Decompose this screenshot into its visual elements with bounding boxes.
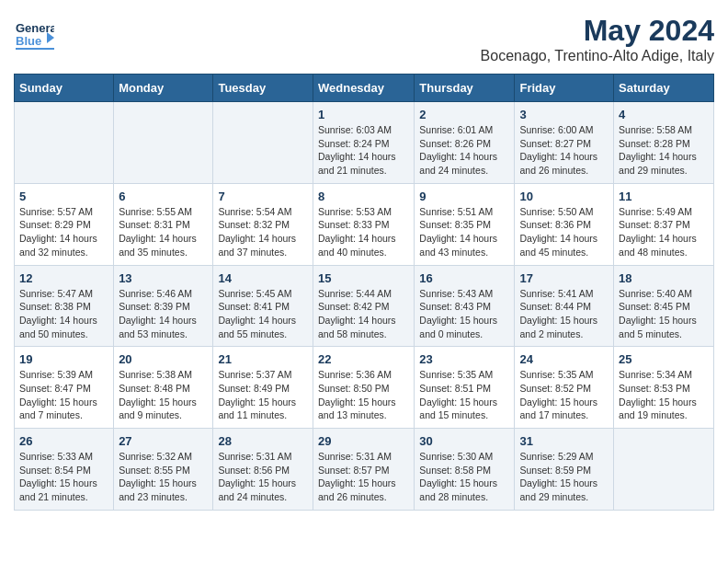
calendar-cell: 27Sunrise: 5:32 AM Sunset: 8:55 PM Dayli… [114, 429, 213, 511]
cell-info: Sunrise: 5:47 AM Sunset: 8:38 PM Dayligh… [19, 287, 108, 341]
day-number: 23 [419, 352, 509, 366]
day-number: 4 [619, 108, 709, 121]
calendar-cell: 30Sunrise: 5:30 AM Sunset: 8:58 PM Dayli… [415, 429, 515, 511]
calendar-cell: 16Sunrise: 5:43 AM Sunset: 8:43 PM Dayli… [415, 265, 515, 347]
cell-info: Sunrise: 5:29 AM Sunset: 8:59 PM Dayligh… [519, 450, 609, 504]
calendar-cell: 18Sunrise: 5:40 AM Sunset: 8:45 PM Dayli… [614, 265, 714, 347]
calendar-cell: 2Sunrise: 6:01 AM Sunset: 8:26 PM Daylig… [415, 102, 515, 184]
weekday-header-friday: Friday [515, 75, 614, 102]
calendar-week-row: 26Sunrise: 5:33 AM Sunset: 8:54 PM Dayli… [15, 429, 714, 511]
cell-info: Sunrise: 5:35 AM Sunset: 8:52 PM Dayligh… [519, 368, 609, 422]
cell-info: Sunrise: 5:39 AM Sunset: 8:47 PM Dayligh… [19, 368, 108, 422]
month-year-title: May 2024 [481, 14, 714, 48]
calendar-cell: 14Sunrise: 5:45 AM Sunset: 8:41 PM Dayli… [213, 265, 313, 347]
day-number: 14 [218, 271, 308, 285]
cell-info: Sunrise: 5:57 AM Sunset: 8:29 PM Dayligh… [19, 205, 108, 259]
calendar-week-row: 19Sunrise: 5:39 AM Sunset: 8:47 PM Dayli… [15, 347, 714, 429]
calendar-cell: 8Sunrise: 5:53 AM Sunset: 8:33 PM Daylig… [313, 183, 414, 265]
day-number: 26 [19, 434, 108, 448]
cell-info: Sunrise: 5:51 AM Sunset: 8:35 PM Dayligh… [419, 205, 509, 259]
calendar-week-row: 12Sunrise: 5:47 AM Sunset: 8:38 PM Dayli… [15, 265, 714, 347]
day-number: 15 [318, 271, 409, 285]
day-number: 29 [318, 434, 409, 448]
day-number: 25 [619, 352, 709, 366]
day-number: 7 [218, 190, 308, 203]
day-number: 5 [19, 190, 108, 203]
location-subtitle: Bocenago, Trentino-Alto Adige, Italy [481, 48, 714, 64]
day-number: 17 [519, 271, 609, 285]
day-number: 22 [318, 352, 409, 366]
cell-info: Sunrise: 5:45 AM Sunset: 8:41 PM Dayligh… [218, 287, 308, 341]
weekday-header-tuesday: Tuesday [213, 75, 313, 102]
cell-info: Sunrise: 5:44 AM Sunset: 8:42 PM Dayligh… [318, 287, 409, 341]
weekday-header-thursday: Thursday [415, 75, 515, 102]
calendar-cell: 11Sunrise: 5:49 AM Sunset: 8:37 PM Dayli… [614, 183, 714, 265]
cell-info: Sunrise: 5:49 AM Sunset: 8:37 PM Dayligh… [619, 205, 709, 259]
cell-info: Sunrise: 5:31 AM Sunset: 8:56 PM Dayligh… [218, 450, 308, 504]
cell-info: Sunrise: 6:00 AM Sunset: 8:27 PM Dayligh… [519, 123, 609, 178]
calendar-cell: 1Sunrise: 6:03 AM Sunset: 8:24 PM Daylig… [313, 102, 414, 184]
calendar-cell [114, 102, 213, 184]
day-number: 28 [218, 434, 308, 448]
weekday-header-monday: Monday [114, 75, 213, 102]
cell-info: Sunrise: 5:36 AM Sunset: 8:50 PM Dayligh… [318, 368, 409, 422]
day-number: 21 [218, 352, 308, 366]
calendar-cell: 23Sunrise: 5:35 AM Sunset: 8:51 PM Dayli… [415, 347, 515, 429]
calendar-cell: 6Sunrise: 5:55 AM Sunset: 8:31 PM Daylig… [114, 183, 213, 265]
cell-info: Sunrise: 6:01 AM Sunset: 8:26 PM Dayligh… [419, 123, 509, 178]
cell-info: Sunrise: 5:40 AM Sunset: 8:45 PM Dayligh… [619, 287, 709, 341]
day-number: 3 [519, 108, 609, 121]
cell-info: Sunrise: 5:31 AM Sunset: 8:57 PM Dayligh… [318, 450, 409, 504]
calendar-cell: 12Sunrise: 5:47 AM Sunset: 8:38 PM Dayli… [15, 265, 114, 347]
day-number: 2 [419, 108, 509, 121]
svg-text:General: General [16, 21, 54, 35]
title-block: May 2024 Bocenago, Trentino-Alto Adige, … [481, 14, 714, 64]
calendar-cell: 17Sunrise: 5:41 AM Sunset: 8:44 PM Dayli… [515, 265, 614, 347]
calendar-cell: 21Sunrise: 5:37 AM Sunset: 8:49 PM Dayli… [213, 347, 313, 429]
cell-info: Sunrise: 5:33 AM Sunset: 8:54 PM Dayligh… [19, 450, 108, 504]
weekday-header-row: SundayMondayTuesdayWednesdayThursdayFrid… [15, 75, 714, 102]
cell-info: Sunrise: 5:46 AM Sunset: 8:39 PM Dayligh… [119, 287, 208, 341]
day-number: 31 [519, 434, 609, 448]
calendar-cell: 26Sunrise: 5:33 AM Sunset: 8:54 PM Dayli… [15, 429, 114, 511]
cell-info: Sunrise: 5:37 AM Sunset: 8:49 PM Dayligh… [218, 368, 308, 422]
weekday-header-saturday: Saturday [614, 75, 714, 102]
cell-info: Sunrise: 6:03 AM Sunset: 8:24 PM Dayligh… [318, 123, 409, 178]
cell-info: Sunrise: 5:50 AM Sunset: 8:36 PM Dayligh… [519, 205, 609, 259]
calendar-cell: 5Sunrise: 5:57 AM Sunset: 8:29 PM Daylig… [15, 183, 114, 265]
day-number: 8 [318, 190, 409, 203]
cell-info: Sunrise: 5:38 AM Sunset: 8:48 PM Dayligh… [119, 368, 208, 422]
cell-info: Sunrise: 5:58 AM Sunset: 8:28 PM Dayligh… [619, 123, 709, 178]
cell-info: Sunrise: 5:43 AM Sunset: 8:43 PM Dayligh… [419, 287, 509, 341]
day-number: 30 [419, 434, 509, 448]
svg-text:Blue: Blue [16, 34, 41, 48]
day-number: 20 [119, 352, 208, 366]
logo: General Blue [14, 14, 54, 54]
calendar-cell: 31Sunrise: 5:29 AM Sunset: 8:59 PM Dayli… [515, 429, 614, 511]
calendar-cell: 28Sunrise: 5:31 AM Sunset: 8:56 PM Dayli… [213, 429, 313, 511]
weekday-header-sunday: Sunday [15, 75, 114, 102]
calendar-cell: 20Sunrise: 5:38 AM Sunset: 8:48 PM Dayli… [114, 347, 213, 429]
day-number: 16 [419, 271, 509, 285]
day-number: 13 [119, 271, 208, 285]
cell-info: Sunrise: 5:55 AM Sunset: 8:31 PM Dayligh… [119, 205, 208, 259]
calendar-cell: 13Sunrise: 5:46 AM Sunset: 8:39 PM Dayli… [114, 265, 213, 347]
day-number: 6 [119, 190, 208, 203]
calendar-cell: 24Sunrise: 5:35 AM Sunset: 8:52 PM Dayli… [515, 347, 614, 429]
day-number: 18 [619, 271, 709, 285]
calendar-cell: 7Sunrise: 5:54 AM Sunset: 8:32 PM Daylig… [213, 183, 313, 265]
day-number: 11 [619, 190, 709, 203]
weekday-header-wednesday: Wednesday [313, 75, 414, 102]
calendar-cell: 3Sunrise: 6:00 AM Sunset: 8:27 PM Daylig… [515, 102, 614, 184]
cell-info: Sunrise: 5:53 AM Sunset: 8:33 PM Dayligh… [318, 205, 409, 259]
calendar-week-row: 1Sunrise: 6:03 AM Sunset: 8:24 PM Daylig… [15, 102, 714, 184]
page-header: General Blue May 2024 Bocenago, Trentino… [14, 14, 714, 64]
calendar-cell [15, 102, 114, 184]
day-number: 19 [19, 352, 108, 366]
day-number: 1 [318, 108, 409, 121]
calendar-cell: 10Sunrise: 5:50 AM Sunset: 8:36 PM Dayli… [515, 183, 614, 265]
calendar-cell: 25Sunrise: 5:34 AM Sunset: 8:53 PM Dayli… [614, 347, 714, 429]
cell-info: Sunrise: 5:32 AM Sunset: 8:55 PM Dayligh… [119, 450, 208, 504]
calendar-cell: 22Sunrise: 5:36 AM Sunset: 8:50 PM Dayli… [313, 347, 414, 429]
day-number: 9 [419, 190, 509, 203]
